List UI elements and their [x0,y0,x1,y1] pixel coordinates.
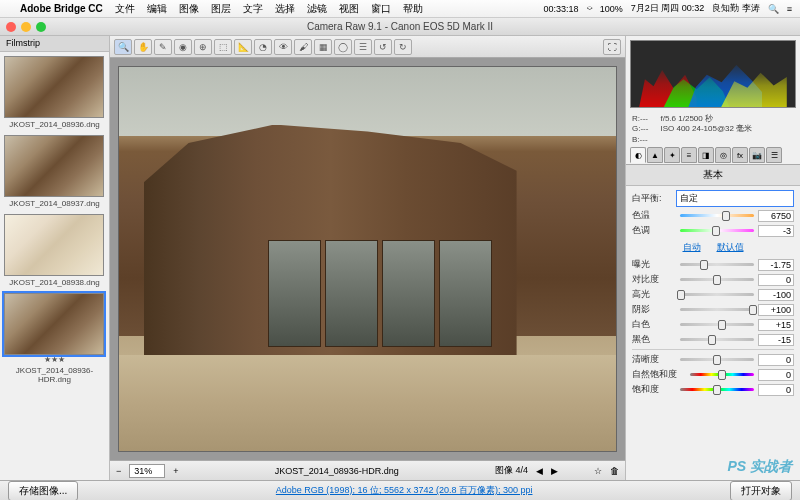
status-filename: JKOST_2014_08936-HDR.dng [275,466,399,476]
exposure-value[interactable]: -1.75 [758,259,794,271]
window-title: Camera Raw 9.1 - Canon EOS 5D Mark II [307,21,493,32]
vibrance-slider[interactable] [690,369,754,381]
zoom-plus[interactable]: + [173,466,178,476]
close-button[interactable] [6,22,16,32]
radial-filter-tool[interactable]: ◯ [334,39,352,55]
rating-mark-icon[interactable]: ☆ [594,466,602,476]
tab-split[interactable]: ◨ [698,147,714,163]
menu-layer[interactable]: 图层 [211,2,231,16]
spot-removal-tool[interactable]: ◔ [254,39,272,55]
crop-tool[interactable]: ⬚ [214,39,232,55]
tab-fx[interactable]: fx [732,147,748,163]
zoom-minus[interactable]: − [116,466,121,476]
app-name[interactable]: Adobe Bridge CC [20,3,103,14]
tint-slider[interactable] [680,225,754,237]
thumb-image [4,135,104,197]
default-link[interactable]: 默认值 [717,241,744,254]
thumb-label: JKOST_2014_08936-HDR.dng [4,366,105,384]
saturation-value[interactable]: 0 [758,384,794,396]
saturation-slider[interactable] [680,384,754,396]
window-titlebar: Camera Raw 9.1 - Canon EOS 5D Mark II [0,18,800,36]
search-icon[interactable]: 🔍 [768,4,779,14]
trash-icon[interactable]: 🗑 [610,466,619,476]
fullscreen-toggle[interactable]: ⛶ [603,39,621,55]
clarity-slider[interactable] [680,354,754,366]
menu-select[interactable]: 选择 [275,2,295,16]
wb-select[interactable]: 自定 [676,190,794,207]
whites-value[interactable]: +15 [758,319,794,331]
contrast-slider[interactable] [680,274,754,286]
menu-help[interactable]: 帮助 [403,2,423,16]
highlights-label: 高光 [632,288,676,301]
menu-file[interactable]: 文件 [115,2,135,16]
exposure-slider[interactable] [680,259,754,271]
panel-title: 基本 [626,165,800,186]
thumb-item[interactable]: JKOST_2014_08938.dng [4,214,105,287]
target-adjust-tool[interactable]: ⊕ [194,39,212,55]
workflow-options-link[interactable]: Adobe RGB (1998); 16 位; 5562 x 3742 (20.… [78,484,730,497]
preview-area[interactable] [110,58,625,460]
save-image-button[interactable]: 存储图像... [8,481,78,501]
tab-basic[interactable]: ◐ [630,147,646,163]
adjustment-brush-tool[interactable]: 🖌 [294,39,312,55]
temp-slider[interactable] [680,210,754,222]
tab-detail[interactable]: ✦ [664,147,680,163]
thumb-item[interactable]: JKOST_2014_08936.dng [4,56,105,129]
hand-tool[interactable]: ✋ [134,39,152,55]
auto-link[interactable]: 自动 [683,241,701,254]
straighten-tool[interactable]: 📐 [234,39,252,55]
open-object-button[interactable]: 打开对象 [730,481,792,501]
thumb-label: JKOST_2014_08936.dng [4,120,105,129]
redeye-tool[interactable]: 👁 [274,39,292,55]
thumb-item[interactable]: ★★★ JKOST_2014_08936-HDR.dng [4,293,105,384]
zoom-tool[interactable]: 🔍 [114,39,132,55]
maximize-button[interactable] [36,22,46,32]
tint-value[interactable]: -3 [758,225,794,237]
whites-slider[interactable] [680,319,754,331]
highlights-value[interactable]: -100 [758,289,794,301]
vibrance-value[interactable]: 0 [758,369,794,381]
tab-camera[interactable]: 📷 [749,147,765,163]
clarity-label: 清晰度 [632,353,676,366]
contrast-value[interactable]: 0 [758,274,794,286]
histogram[interactable] [630,40,796,108]
shadows-slider[interactable] [680,304,754,316]
prev-image-button[interactable]: ◀ [536,466,543,476]
menu-extra-icon[interactable]: ≡ [787,4,792,14]
thumb-image [4,214,104,276]
camera-raw-toolbar: 🔍 ✋ ✎ ◉ ⊕ ⬚ 📐 ◔ 👁 🖌 ▦ ◯ ☰ ↺ ↻ ⛶ [110,36,625,58]
rotate-right-tool[interactable]: ↻ [394,39,412,55]
prefs-tool[interactable]: ☰ [354,39,372,55]
temp-value[interactable]: 6750 [758,210,794,222]
menu-window[interactable]: 窗口 [371,2,391,16]
menu-edit[interactable]: 编辑 [147,2,167,16]
thumb-item[interactable]: JKOST_2014_08937.dng [4,135,105,208]
menubar-user[interactable]: 良知勤 李涛 [712,2,760,15]
clarity-value[interactable]: 0 [758,354,794,366]
menu-view[interactable]: 视图 [339,2,359,16]
thumb-rating[interactable]: ★★★ [4,355,105,364]
blacks-slider[interactable] [680,334,754,346]
next-image-button[interactable]: ▶ [551,466,558,476]
blacks-value[interactable]: -15 [758,334,794,346]
tab-hsl[interactable]: ≡ [681,147,697,163]
tab-presets[interactable]: ☰ [766,147,782,163]
color-sampler-tool[interactable]: ◉ [174,39,192,55]
wifi-icon[interactable]: ⌔ [587,4,592,14]
menu-type[interactable]: 文字 [243,2,263,16]
rotate-left-tool[interactable]: ↺ [374,39,392,55]
graduated-filter-tool[interactable]: ▦ [314,39,332,55]
zoom-select[interactable]: 31% [129,464,165,478]
minimize-button[interactable] [21,22,31,32]
dialog-bottom-bar: 存储图像... Adobe RGB (1998); 16 位; 5562 x 3… [0,480,800,500]
battery-level: 100% [600,4,623,14]
highlights-slider[interactable] [680,289,754,301]
menu-filter[interactable]: 滤镜 [307,2,327,16]
status-image-count: 图像 4/4 [495,464,528,477]
shadows-value[interactable]: +100 [758,304,794,316]
tab-curve[interactable]: ▲ [647,147,663,163]
eyedropper-tool[interactable]: ✎ [154,39,172,55]
filmstrip-panel: Filmstrip JKOST_2014_08936.dng JKOST_201… [0,36,110,480]
tab-lens[interactable]: ◎ [715,147,731,163]
menu-image[interactable]: 图像 [179,2,199,16]
